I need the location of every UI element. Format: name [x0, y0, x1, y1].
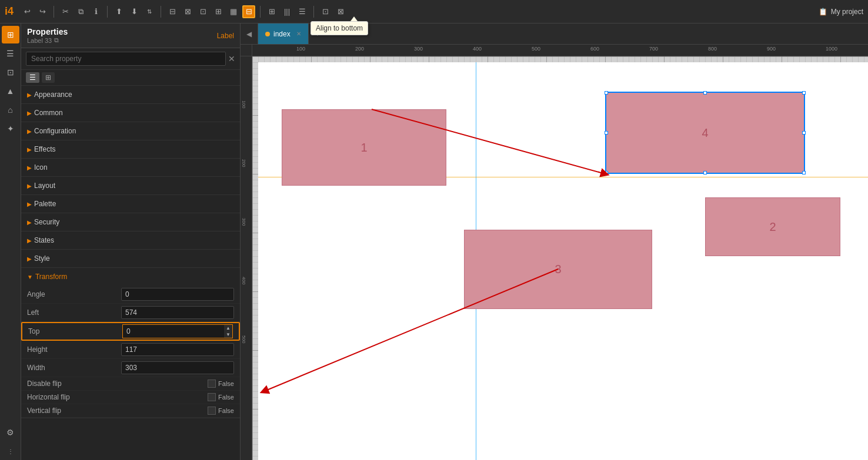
disable-flip-checkbox[interactable]: False	[208, 380, 234, 388]
sidebar-item-screens[interactable]: ⌂	[2, 101, 19, 119]
top-spin-down[interactable]: ▼	[224, 331, 232, 338]
group-effects-header[interactable]: ▶ Effects	[21, 140, 240, 158]
sidebar-item-components[interactable]: ▲	[2, 82, 19, 100]
list-view-toggle[interactable]: ☰	[26, 72, 39, 83]
view-toggles: ☰ ⊞	[21, 70, 240, 86]
group-icon-header[interactable]: ▶ Icon	[21, 159, 240, 176]
handle-br[interactable]	[802, 171, 806, 174]
group-security: ▶ Security	[21, 213, 240, 231]
align-bottom-button[interactable]: ⊟	[242, 5, 255, 18]
search-clear-button[interactable]: ✕	[228, 54, 235, 63]
app-logo: i4	[5, 5, 14, 18]
tab-close-button[interactable]: ✕	[296, 31, 301, 37]
prop-row-horizontal-flip: Horizontal flip False	[21, 391, 240, 404]
sidebar-item-plugins[interactable]: ✦	[2, 120, 19, 137]
canvas-container[interactable]: 100 200 300 400 500 600 700 800 900 1000…	[241, 45, 868, 460]
handle-bl[interactable]	[605, 171, 608, 174]
handle-tl[interactable]	[605, 91, 608, 95]
group-appearance-header[interactable]: ▶ Appearance	[21, 86, 240, 103]
prop-row-width: Width	[21, 359, 240, 377]
top-input[interactable]	[122, 324, 224, 338]
align-center-h-button[interactable]: ⊠	[181, 5, 194, 18]
group-layout-header[interactable]: ▶ Layout	[21, 177, 240, 194]
copy-icon[interactable]: ⧉	[54, 36, 59, 44]
handle-tc[interactable]	[703, 91, 707, 95]
height-label: Height	[27, 345, 121, 354]
handle-bc[interactable]	[703, 171, 707, 174]
disable-flip-box	[208, 380, 216, 388]
cut-button[interactable]: ✂	[59, 5, 72, 18]
ruler-label-400: 400	[473, 46, 482, 52]
ruler-label-300: 300	[414, 46, 423, 52]
canvas-workspace[interactable]: 1 2 3 4	[252, 56, 868, 460]
group-transform-header[interactable]: ▼ Transform	[21, 268, 240, 286]
sidebar-item-home[interactable]: ⊞	[2, 26, 19, 43]
rect-1[interactable]: 1	[282, 109, 446, 186]
horizontal-ruler: 100 200 300 400 500 600 700 800 900 1000	[252, 45, 868, 56]
align-center-v-button[interactable]: ▦	[227, 5, 240, 18]
group-common-header[interactable]: ▶ Common	[21, 104, 240, 122]
copy-button[interactable]: ⧉	[74, 5, 87, 18]
top-spin-buttons: ▲ ▼	[224, 324, 233, 338]
separator-4	[260, 6, 261, 18]
redo-button[interactable]: ↪	[36, 5, 49, 18]
prop-row-height: Height	[21, 341, 240, 359]
separator-2	[107, 6, 108, 18]
angle-input[interactable]	[121, 288, 234, 301]
properties-title: Properties	[27, 27, 68, 36]
snap-button[interactable]: ⊡	[319, 5, 332, 18]
sidebar-item-settings[interactable]: ⚙	[2, 424, 19, 441]
handle-ml[interactable]	[605, 131, 608, 135]
ruler-label-700: 700	[649, 46, 658, 52]
group-states: ▶ States	[21, 231, 240, 250]
tooltip-arrow	[350, 16, 358, 21]
move-updown-button[interactable]: ⇅	[143, 5, 156, 18]
group-common: ▶ Common	[21, 104, 240, 122]
undo-button[interactable]: ↩	[21, 5, 34, 18]
ruler-v-label-400: 400	[241, 277, 246, 284]
disable-flip-value: False	[218, 380, 234, 387]
tab-index[interactable]: index ✕	[258, 23, 309, 44]
group-configuration-header[interactable]: ▶ Configuration	[21, 122, 240, 140]
group-security-header[interactable]: ▶ Security	[21, 213, 240, 231]
lock-button[interactable]: ⊠	[334, 5, 347, 18]
distribute-h-button[interactable]: |||	[281, 5, 293, 18]
group-style-header[interactable]: ▶ Style	[21, 250, 240, 267]
align-left-button[interactable]: ⊟	[166, 5, 179, 18]
sidebar-edge-collapse[interactable]: ⋮	[2, 442, 19, 460]
distribute-v-button[interactable]: ☰	[296, 5, 309, 18]
info-button[interactable]: ℹ	[89, 5, 102, 18]
grid-button[interactable]: ⊞	[265, 5, 278, 18]
ruler-label-100: 100	[296, 46, 305, 52]
left-input[interactable]	[121, 306, 234, 319]
rect-2[interactable]: 2	[705, 197, 840, 256]
ruler-label-800: 800	[708, 46, 717, 52]
sidebar-item-assets[interactable]: ⊡	[2, 63, 19, 81]
align-right-button[interactable]: ⊡	[196, 5, 209, 18]
group-configuration: ▶ Configuration	[21, 122, 240, 140]
horizontal-flip-checkbox[interactable]: False	[208, 393, 234, 401]
align-top-button[interactable]: ⊞	[212, 5, 225, 18]
appearance-arrow-icon: ▶	[27, 92, 32, 98]
separator-1	[54, 6, 54, 18]
group-transform: ▼ Transform Angle Left Top	[21, 268, 240, 418]
horizontal-flip-label: Horizontal flip	[27, 393, 70, 401]
ruler-label-600: 600	[590, 46, 599, 52]
rect-3[interactable]: 3	[464, 230, 652, 309]
group-states-header[interactable]: ▶ States	[21, 231, 240, 249]
tab-collapse-button[interactable]: ◀	[241, 23, 258, 44]
rect-4[interactable]: 4	[605, 92, 805, 174]
move-up-button[interactable]: ⬆	[112, 5, 125, 18]
move-down-button[interactable]: ⬇	[128, 5, 141, 18]
group-palette-header[interactable]: ▶ Palette	[21, 195, 240, 213]
top-spin-up[interactable]: ▲	[224, 325, 232, 331]
height-input[interactable]	[121, 343, 234, 356]
vertical-flip-checkbox[interactable]: False	[208, 407, 234, 415]
width-input[interactable]	[121, 361, 234, 374]
handle-mr[interactable]	[802, 131, 806, 135]
search-input[interactable]	[26, 52, 226, 66]
sidebar-item-layers[interactable]: ☰	[2, 45, 19, 62]
grid-view-toggle[interactable]: ⊞	[42, 72, 55, 83]
handle-tr[interactable]	[802, 91, 806, 95]
align-to-bottom-tooltip: Align to bottom	[311, 21, 368, 35]
